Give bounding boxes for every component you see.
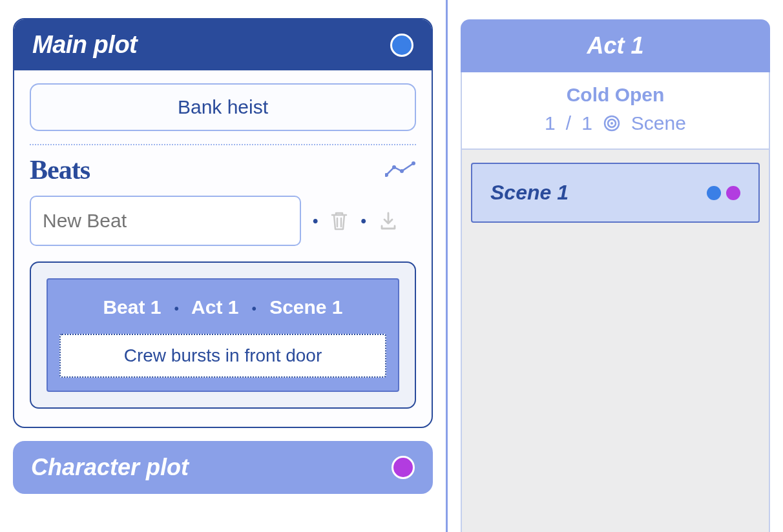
separator — [30, 144, 416, 145]
left-column: Main plot Beats — [0, 0, 446, 532]
dot-separator: • — [313, 212, 318, 230]
count-slash: / — [566, 112, 571, 134]
character-plot-panel[interactable]: Character plot — [13, 441, 433, 494]
scene-total: 1 — [581, 112, 592, 134]
act-title: Act 1 — [467, 32, 764, 59]
beats-header-row: Beats — [30, 154, 416, 185]
right-column: Act 1 Cold Open 1 / 1 Scene Scene 1 — [448, 0, 783, 532]
scene-current: 1 — [545, 112, 556, 134]
svg-point-2 — [400, 169, 404, 173]
act-counts: 1 / 1 Scene — [468, 112, 762, 134]
scene-list: Scene 1 — [461, 150, 770, 532]
main-plot-panel: Main plot Beats — [13, 18, 433, 428]
main-plot-header[interactable]: Main plot — [14, 19, 432, 70]
breadcrumb-beat: Beat 1 — [103, 296, 161, 318]
beats-label: Beats — [30, 154, 90, 185]
main-plot-color-indicator[interactable] — [390, 34, 413, 57]
beat-card-inner: Beat 1 • Act 1 • Scene 1 Crew bursts in … — [47, 278, 399, 392]
scene-title: Scene 1 — [490, 181, 569, 205]
svg-point-3 — [412, 161, 415, 165]
main-plot-body: Beats • — [14, 70, 432, 427]
beat-description[interactable]: Crew bursts in front door — [59, 334, 386, 378]
character-plot-title: Character plot — [31, 454, 189, 481]
breadcrumb-scene: Scene 1 — [269, 296, 342, 318]
plot-title-input[interactable] — [30, 83, 416, 131]
main-plot-title: Main plot — [32, 31, 137, 59]
act-subtitle: Cold Open — [468, 84, 762, 106]
new-beat-input[interactable] — [30, 196, 301, 246]
dot-separator: • — [360, 212, 366, 230]
breadcrumb-sep: • — [252, 302, 256, 316]
svg-point-8 — [611, 122, 613, 125]
trash-icon[interactable] — [329, 210, 349, 232]
scene-dot-character — [726, 186, 740, 200]
beat-breadcrumb: Beat 1 • Act 1 • Scene 1 — [59, 296, 386, 318]
act-meta: Cold Open 1 / 1 Scene — [461, 72, 770, 150]
scene-dot-main — [707, 186, 721, 200]
act-header[interactable]: Act 1 — [461, 19, 770, 72]
target-icon[interactable] — [603, 114, 621, 132]
graph-icon[interactable] — [385, 161, 416, 179]
breadcrumb-sep: • — [174, 302, 179, 316]
new-beat-row: • • — [30, 196, 416, 246]
scene-unit: Scene — [631, 112, 686, 134]
character-plot-color-indicator[interactable] — [392, 456, 415, 479]
scene-plot-dots — [707, 186, 740, 200]
download-icon[interactable] — [378, 210, 399, 231]
beat-card[interactable]: Beat 1 • Act 1 • Scene 1 Crew bursts in … — [30, 261, 416, 409]
scene-card[interactable]: Scene 1 — [471, 163, 760, 223]
breadcrumb-act: Act 1 — [191, 296, 238, 318]
svg-point-1 — [392, 165, 396, 169]
